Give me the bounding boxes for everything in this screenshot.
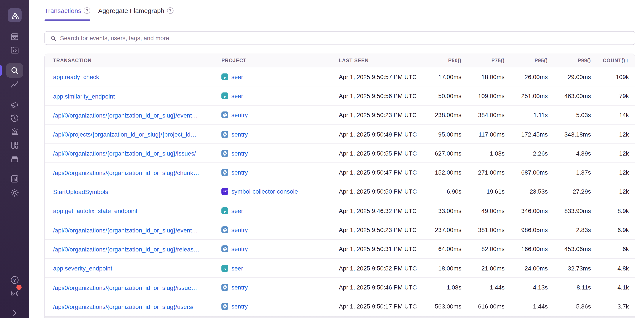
- table-bottom-fade: [45, 316, 635, 318]
- cell-last-seen: Apr 1, 2025 9:50:47 PM UTC: [323, 169, 418, 176]
- cell-last-seen: Apr 1, 2025 9:46:32 PM UTC: [323, 207, 418, 214]
- table-row[interactable]: app.ready_checkseerApr 1, 2025 9:50:57 P…: [45, 67, 635, 87]
- transaction-link[interactable]: app.severity_endpoint: [53, 265, 112, 272]
- transaction-link[interactable]: /api/0/organizations/{organization_id_or…: [53, 303, 194, 310]
- transaction-link[interactable]: app.get_autofix_state_endpoint: [53, 208, 138, 214]
- project-link[interactable]: sentry: [231, 284, 248, 291]
- python-project-icon: [222, 226, 228, 233]
- chevron-right-icon: [10, 308, 20, 318]
- cell-p95: 346.00ms: [504, 207, 548, 214]
- cell-p99: 5.36s: [548, 303, 591, 310]
- table-row[interactable]: StartUploadSymbols.NETsymbol-collector-c…: [45, 182, 635, 202]
- sidebar-item-stats[interactable]: [10, 174, 20, 184]
- table-row[interactable]: /api/0/projects/{organization_id_or_slug…: [45, 125, 635, 144]
- sidebar-item-alerts[interactable]: [10, 127, 20, 137]
- sidebar-expand-button[interactable]: [10, 308, 20, 318]
- tab-aggregate-flamegraph[interactable]: Aggregate Flamegraph: [98, 6, 174, 21]
- tab-transactions[interactable]: Transactions: [44, 6, 90, 21]
- cell-count: 3.7k: [591, 303, 635, 310]
- project-link[interactable]: symbol-collector-console: [231, 188, 298, 195]
- transaction-link[interactable]: /api/0/organizations/{organization_id_or…: [53, 169, 199, 176]
- help-icon[interactable]: [167, 7, 174, 14]
- cell-p95: 2.26s: [504, 150, 548, 157]
- project-link[interactable]: seer: [231, 265, 243, 271]
- cell-count: 12k: [591, 169, 635, 176]
- sidebar-item-feedback[interactable]: [10, 99, 20, 110]
- active-nav-accent: [0, 65, 2, 76]
- project-link[interactable]: sentry: [231, 150, 248, 157]
- cell-p50: 152.00ms: [418, 169, 462, 176]
- transaction-link[interactable]: /api/0/organizations/{organization_id_or…: [53, 227, 198, 233]
- table-row[interactable]: app.severity_endpointseerApr 1, 2025 9:5…: [45, 259, 635, 278]
- column-header-p50[interactable]: P50(): [418, 58, 462, 63]
- search-bar[interactable]: [44, 31, 635, 45]
- cell-p75: 82.00ms: [462, 246, 504, 252]
- cell-count: 12k: [591, 150, 635, 157]
- sidebar-item-releases[interactable]: [10, 113, 20, 124]
- transaction-link[interactable]: app.similarity_endpoint: [53, 93, 115, 100]
- sidebar-item-dashboards[interactable]: [10, 140, 20, 150]
- table-row[interactable]: app.get_autofix_state_endpointseerApr 1,…: [45, 201, 635, 221]
- cell-last-seen: Apr 1, 2025 9:50:23 PM UTC: [323, 112, 418, 118]
- transaction-link[interactable]: /api/0/organizations/{organization_id_or…: [53, 112, 198, 119]
- seer-project-icon: [222, 73, 228, 80]
- cell-p75: 117.00ms: [462, 131, 504, 138]
- seer-project-icon: [222, 265, 228, 271]
- table-row[interactable]: /api/0/organizations/{organization_id_or…: [45, 297, 635, 316]
- cell-p50: 17.00ms: [418, 73, 462, 80]
- transaction-link[interactable]: app.ready_check: [53, 74, 99, 81]
- table-row[interactable]: /api/0/organizations/{organization_id_or…: [45, 106, 635, 125]
- project-link[interactable]: sentry: [231, 226, 248, 233]
- table-row[interactable]: /api/0/organizations/{organization_id_or…: [45, 240, 635, 259]
- help-icon[interactable]: [84, 7, 90, 14]
- column-header-p95[interactable]: P95(): [504, 58, 548, 63]
- project-link[interactable]: sentry: [231, 169, 248, 176]
- dashboard-layout-icon: [10, 140, 20, 150]
- table-row[interactable]: app.similarity_endpointseerApr 1, 2025 9…: [45, 87, 635, 106]
- help-circle-icon: ?: [10, 275, 20, 285]
- table-row[interactable]: /api/0/organizations/{organization_id_or…: [45, 163, 635, 182]
- cell-p95: 1.44s: [504, 303, 548, 310]
- sidebar-item-traces[interactable]: [10, 79, 20, 89]
- seer-project-icon: [222, 207, 228, 214]
- column-header-transaction[interactable]: Transaction: [45, 58, 213, 63]
- cell-p50: 95.00ms: [418, 131, 462, 138]
- cell-p50: 237.00ms: [418, 226, 462, 233]
- table-row[interactable]: /api/0/organizations/{organization_id_or…: [45, 278, 635, 297]
- tab-aggregate-flamegraph-label: Aggregate Flamegraph: [98, 7, 164, 14]
- search-input[interactable]: [60, 35, 630, 42]
- project-link[interactable]: seer: [231, 73, 243, 80]
- sidebar-item-issues[interactable]: [10, 32, 20, 42]
- project-link[interactable]: sentry: [231, 131, 248, 138]
- table-header: Transaction Project Last Seen P50() P75(…: [45, 54, 635, 67]
- transaction-link[interactable]: /api/0/organizations/{organization_id_or…: [53, 284, 197, 291]
- column-header-project[interactable]: Project: [213, 58, 323, 63]
- project-link[interactable]: sentry: [231, 246, 248, 252]
- transaction-link[interactable]: /api/0/organizations/{organization_id_or…: [53, 246, 200, 253]
- column-header-count[interactable]: Count()↓: [591, 58, 635, 64]
- project-link[interactable]: sentry: [231, 303, 248, 310]
- column-header-p99[interactable]: P99(): [548, 58, 591, 63]
- cell-p99: 2.83s: [548, 226, 591, 233]
- sidebar-item-settings[interactable]: [10, 187, 20, 198]
- sidebar-item-crons[interactable]: [10, 154, 20, 164]
- issues-icon: [10, 32, 20, 42]
- cell-p95: 172.45ms: [504, 131, 548, 138]
- project-link[interactable]: seer: [231, 93, 243, 99]
- sentry-logo[interactable]: [8, 8, 22, 22]
- table-row[interactable]: /api/0/organizations/{organization_id_or…: [45, 221, 635, 240]
- project-link[interactable]: seer: [231, 207, 243, 214]
- transaction-link[interactable]: /api/0/organizations/{organization_id_or…: [53, 150, 196, 157]
- table-row[interactable]: /api/0/organizations/{organization_id_or…: [45, 144, 635, 163]
- cell-count: 79k: [591, 93, 635, 99]
- transaction-link[interactable]: /api/0/projects/{organization_id_or_slug…: [53, 131, 196, 138]
- sidebar-item-projects[interactable]: [10, 45, 20, 55]
- sidebar-item-help[interactable]: ?: [10, 275, 20, 285]
- sidebar-item-explore[interactable]: [10, 65, 20, 76]
- column-header-last-seen[interactable]: Last Seen: [323, 58, 418, 63]
- column-header-p75[interactable]: P75(): [462, 58, 504, 63]
- transaction-link[interactable]: StartUploadSymbols: [53, 188, 108, 195]
- project-link[interactable]: sentry: [231, 112, 248, 118]
- cell-p99: 29.00ms: [548, 73, 591, 80]
- cell-p75: 271.00ms: [462, 169, 504, 176]
